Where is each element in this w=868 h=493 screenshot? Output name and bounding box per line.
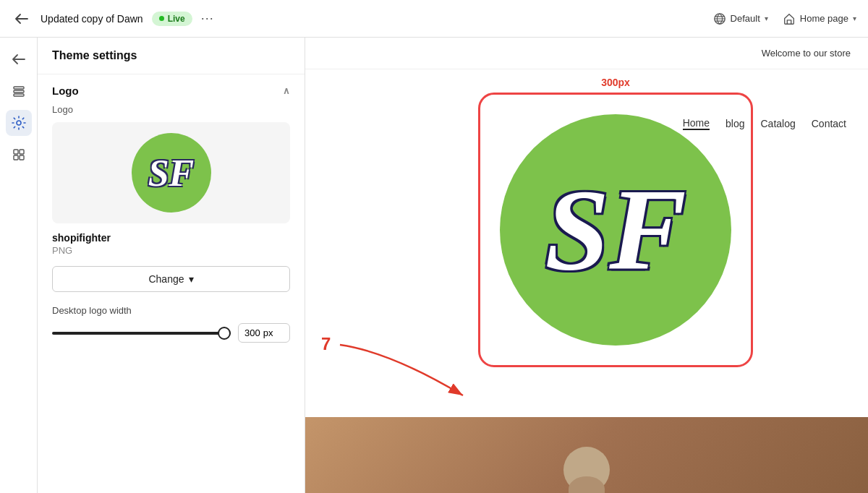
page-chevron-icon: ▾ [853,14,856,22]
logo-initials: SF [148,152,195,194]
nav-item-contact[interactable]: Contact [812,118,846,129]
change-button[interactable]: Change ▾ [52,266,290,292]
dimension-label: 300px [601,77,630,88]
view-selector[interactable]: Default ▾ [713,12,768,25]
logo-circle: SF [132,133,211,213]
live-badge: Live [152,12,192,26]
live-label: Live [168,14,185,24]
preview-logo-frame: SF [478,93,753,367]
slider-value-box: 300 px [238,323,290,343]
change-button-label: Change [148,273,184,285]
settings-panel: Theme settings Logo ∧ Logo SF shopifight… [38,38,305,493]
sidebar-item-settings[interactable] [6,110,32,136]
slider-value: 300 [244,327,260,338]
topbar-title: Updated copy of Dawn [41,13,143,25]
more-menu-button[interactable]: ··· [201,11,214,26]
topbar: Updated copy of Dawn Live ··· Default ▾ … [0,0,868,38]
svg-rect-8 [20,155,24,160]
slider-track[interactable] [52,332,231,335]
preview-topbar: Welcome to our store [305,38,868,69]
svg-rect-1 [14,87,24,89]
preview-logo-circle: SF [500,114,731,346]
page-label: Home page [800,13,848,24]
svg-rect-3 [14,94,24,96]
svg-rect-7 [14,155,18,160]
desktop-logo-label: Desktop logo width [52,305,290,316]
nav-item-home[interactable]: Home [683,117,710,130]
logo-section-title: Logo [52,85,79,97]
svg-rect-5 [14,150,18,154]
settings-header: Theme settings [38,38,305,74]
svg-point-4 [17,121,21,125]
logo-section: Logo SF shopifighter PNG Change ▾ Deskto… [38,104,305,343]
view-chevron-icon: ▾ [765,14,768,22]
main-layout: Theme settings Logo ∧ Logo SF shopifight… [0,38,868,493]
store-welcome-text: Welcome to our store [762,48,851,59]
slider-unit: px [263,327,273,338]
logo-filename: shopifighter [52,232,290,244]
slider-thumb[interactable] [218,327,231,340]
section-collapse-icon[interactable]: ∧ [283,85,290,96]
globe-icon [713,12,726,25]
view-label: Default [731,13,760,24]
icon-sidebar [0,38,38,493]
sidebar-item-layers[interactable] [6,78,32,104]
nav-item-catalog[interactable]: Catalog [760,118,795,129]
nav-item-blog[interactable]: blog [726,118,744,129]
home-icon [783,12,796,25]
logo-label: Logo [52,104,290,115]
bottom-strip [305,417,868,493]
svg-rect-6 [20,150,24,154]
sidebar-item-exit[interactable] [6,46,32,72]
logo-preview-box: SF [52,122,290,223]
live-dot [159,16,164,21]
character-body [569,476,605,494]
svg-rect-2 [14,90,24,93]
page-selector[interactable]: Home page ▾ [783,12,856,25]
preview-logo-initials: SF [545,172,686,288]
logo-section-header: Logo ∧ [38,74,305,104]
character-head [563,447,610,493]
change-chevron-icon: ▾ [189,273,194,285]
sidebar-item-grid[interactable] [6,142,32,168]
slider-row: 300 px [52,323,290,343]
preview-nav: Home blog Catalog Contact [683,117,846,130]
logo-filetype: PNG [52,245,290,256]
topbar-right: Default ▾ Home page ▾ [713,12,856,25]
back-button[interactable] [12,9,32,29]
preview-area: Welcome to our store 300px SF Home blog … [305,38,868,493]
